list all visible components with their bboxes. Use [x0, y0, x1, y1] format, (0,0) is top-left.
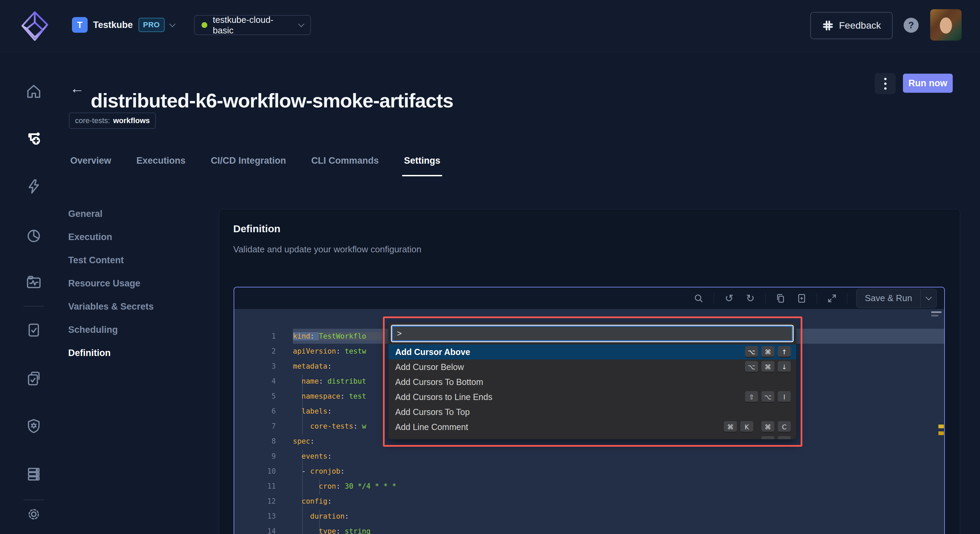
sidebar-item-lightning-icon[interactable]	[25, 178, 42, 195]
tab-executions[interactable]: Executions	[134, 155, 188, 176]
token-key: metadata	[293, 362, 327, 370]
server-stack-icon	[26, 466, 41, 482]
help-icon[interactable]: ?	[904, 18, 919, 33]
documents-check-icon	[26, 371, 41, 386]
run-now-button[interactable]: Run now	[903, 74, 953, 93]
search-icon[interactable]	[692, 292, 705, 305]
document-check-icon	[26, 322, 41, 338]
token-key: core-tests	[310, 422, 353, 430]
token-pun: :	[353, 422, 362, 430]
user-avatar[interactable]	[930, 9, 962, 41]
code-line-13[interactable]: 13 duration:	[234, 509, 944, 524]
keycap: K	[740, 421, 753, 433]
settings-nav-test-content[interactable]: Test Content	[68, 255, 154, 265]
code-line-14[interactable]: 14 type: string	[234, 524, 944, 534]
home-icon	[26, 84, 41, 99]
line-number: 6	[234, 404, 276, 419]
code-line-9[interactable]: 9 events:	[234, 449, 944, 464]
code-line-11[interactable]: 11 cron: 30 */4 * * *	[234, 479, 944, 494]
more-options-button[interactable]	[875, 73, 896, 94]
chevron-down-icon	[169, 21, 175, 27]
fullscreen-icon[interactable]	[826, 292, 838, 305]
token-val: w	[362, 422, 366, 430]
tab-overview[interactable]: Overview	[68, 155, 113, 176]
org-name: Testkube	[93, 20, 133, 30]
settings-nav-scheduling[interactable]: Scheduling	[68, 325, 154, 335]
sidebar-item-shield-gear-icon[interactable]	[25, 418, 42, 434]
code-line-12[interactable]: 12 config:	[234, 494, 944, 509]
new-document-icon[interactable]	[795, 292, 808, 305]
env-name: testkube-cloud-basic	[213, 15, 294, 36]
sidebar-item-documents-check-icon[interactable]	[25, 370, 42, 387]
sidebar-item-home-icon[interactable]	[25, 83, 42, 100]
copy-icon[interactable]	[775, 292, 787, 305]
palette-item-add-cursor-below[interactable]: Add Cursor Below⌥⌘↓	[388, 359, 796, 374]
command-palette-list: Add Cursor Above⌥⌘↑Add Cursor Below⌥⌘↓Ad…	[388, 345, 796, 439]
token-val: string	[345, 527, 371, 534]
org-switcher[interactable]: T Testkube PRO	[72, 17, 175, 33]
token-ind	[293, 407, 301, 415]
sidebar-item-monitor-pulse-icon[interactable]	[25, 274, 42, 290]
undo-icon[interactable]: ↺	[723, 292, 735, 305]
sidebar-item-test-workflows-add-icon[interactable]	[25, 130, 42, 147]
settings-nav-resource-usage[interactable]: Resource Usage	[68, 278, 154, 289]
palette-item-add-cursors-to-line-ends[interactable]: Add Cursors to Line Ends⇧⌥I	[388, 389, 796, 404]
token-key: apiVersion	[293, 347, 336, 355]
line-number: 10	[234, 464, 276, 479]
token-pun: :	[345, 512, 349, 520]
line-content: cron: 30 */4 * * *	[293, 479, 944, 494]
token-ind	[293, 377, 301, 385]
code-line-10[interactable]: 10 - cronjob:	[234, 464, 944, 479]
line-content: events:	[293, 449, 944, 464]
save-and-run-dropdown[interactable]	[920, 289, 936, 308]
settings-subnav: GeneralExecutionTest ContentResource Usa…	[68, 209, 154, 358]
keycap: ⇧	[745, 391, 758, 403]
palette-item-label: Add Line Comment	[395, 422, 468, 432]
keycap: ⌘	[761, 361, 775, 373]
palette-item-add-cursors-to-top[interactable]: Add Cursors To Top	[388, 404, 796, 420]
line-number: 14	[234, 524, 276, 534]
sidebar-item-gear-icon[interactable]	[25, 506, 42, 523]
palette-item-label: Add Cursor Above	[395, 347, 470, 357]
token-ind	[293, 422, 310, 430]
feedback-button[interactable]: Feedback	[810, 12, 893, 39]
command-palette-input[interactable]: >	[392, 326, 793, 341]
sidebar-item-document-check-icon[interactable]	[25, 322, 42, 338]
tab-cli-commands[interactable]: CLI Commands	[309, 155, 381, 176]
save-and-run-button[interactable]: Save & Run	[856, 289, 937, 308]
palette-item-label: Add Cursor Below	[395, 362, 464, 372]
token-key: type	[319, 527, 336, 534]
palette-item-add-cursor-above[interactable]: Add Cursor Above⌥⌘↑	[388, 345, 796, 359]
label-name: workflows	[113, 116, 150, 125]
line-number: 7	[234, 419, 276, 434]
card-subtitle: Validate and update your workflow config…	[233, 244, 422, 255]
palette-item-add-line-comment[interactable]: Add Line Comment⌘K⌘C	[388, 420, 796, 434]
line-number: 11	[234, 479, 276, 494]
tab-ci-cd-integration[interactable]: CI/CD Integration	[209, 155, 288, 176]
keybinding: ⌥⌘↓	[745, 361, 791, 373]
minimap[interactable]	[931, 312, 942, 318]
pie-chart-icon	[26, 228, 41, 243]
settings-nav-execution[interactable]: Execution	[68, 232, 154, 242]
label-scope: core-tests:	[75, 116, 110, 125]
token-pun: :	[327, 407, 332, 415]
environment-selector[interactable]: testkube-cloud-basic	[194, 15, 311, 35]
token-ind	[293, 452, 301, 460]
tab-settings[interactable]: Settings	[402, 155, 442, 176]
label-badge[interactable]: core-tests: workflows	[69, 113, 156, 129]
testkube-logo-icon[interactable]	[18, 7, 52, 44]
back-button[interactable]: ←	[70, 81, 84, 95]
settings-nav-variables-secrets[interactable]: Variables & Secrets	[68, 302, 154, 312]
sidebar-item-server-stack-icon[interactable]	[25, 466, 42, 482]
settings-nav-general[interactable]: General	[68, 209, 154, 219]
line-content: config:	[293, 494, 944, 509]
palette-item-add-cursors-to-bottom[interactable]: Add Cursors To Bottom	[388, 374, 796, 389]
token-pun: :	[310, 437, 315, 445]
redo-icon[interactable]: ↻	[744, 292, 756, 305]
keycap: ⌘	[761, 346, 775, 358]
org-avatar: T	[72, 17, 88, 33]
settings-nav-definition[interactable]: Definition	[68, 348, 154, 358]
keycap: ↑	[778, 346, 791, 358]
sidebar-item-pie-chart-icon[interactable]	[25, 227, 42, 244]
line-number: 5	[234, 389, 276, 404]
